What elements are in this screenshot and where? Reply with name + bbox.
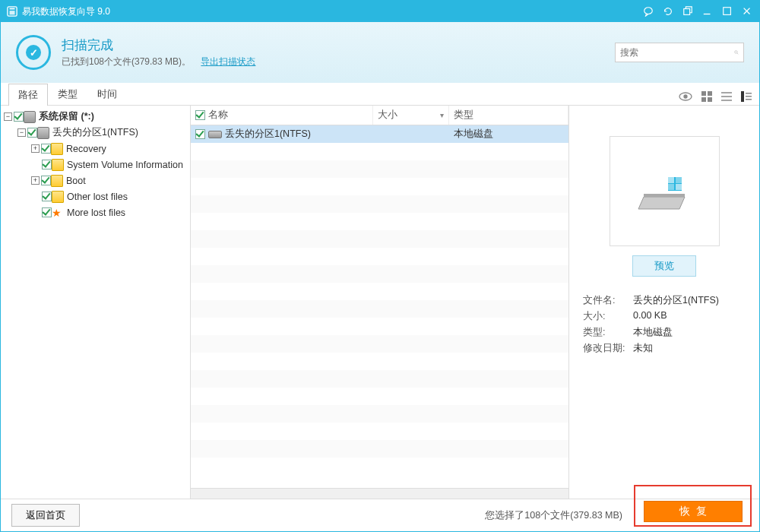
folder-icon bbox=[51, 143, 63, 155]
drive-icon bbox=[37, 127, 49, 139]
view-tabs: 路径 类型 时间 bbox=[1, 83, 759, 106]
tab-time[interactable]: 时间 bbox=[87, 83, 127, 105]
svg-rect-21 bbox=[746, 93, 752, 94]
svg-rect-14 bbox=[708, 91, 712, 96]
preview-button[interactable]: 预览 bbox=[632, 255, 696, 277]
recover-highlight: 恢复 bbox=[634, 485, 752, 527]
col-type-header[interactable]: 类型 bbox=[449, 106, 568, 125]
collapse-icon[interactable]: − bbox=[17, 128, 26, 137]
tree-partition[interactable]: − 丢失的分区1(NTFS) bbox=[1, 125, 190, 141]
sort-indicator-icon[interactable]: ▾ bbox=[440, 111, 444, 119]
file-list: 名称 大小 ▾ 类型 丢失的分区1(NTFS) 本地磁盘 bbox=[191, 106, 569, 499]
tree-item[interactable]: + Boot bbox=[1, 173, 190, 188]
recover-button[interactable]: 恢复 bbox=[644, 501, 743, 522]
svg-rect-13 bbox=[701, 91, 706, 96]
drive-icon bbox=[24, 111, 36, 123]
folder-icon bbox=[52, 191, 64, 203]
search-box[interactable] bbox=[615, 43, 744, 62]
main-area: − 系统保留 (*:) − 丢失的分区1(NTFS) + Recovery Sy… bbox=[1, 106, 759, 499]
checkbox[interactable] bbox=[42, 160, 52, 169]
file-row-empty bbox=[191, 353, 568, 370]
file-row[interactable]: 丢失的分区1(NTFS) 本地磁盘 bbox=[191, 125, 568, 143]
search-input[interactable] bbox=[620, 47, 734, 58]
svg-point-12 bbox=[684, 95, 687, 98]
svg-rect-16 bbox=[708, 97, 712, 102]
svg-rect-4 bbox=[684, 9, 690, 15]
col-size-header[interactable]: 大小 ▾ bbox=[373, 106, 449, 125]
disk-thumbnail-icon bbox=[638, 173, 691, 211]
selection-status: 您选择了108个文件(379.83 MB) bbox=[485, 509, 622, 522]
svg-point-3 bbox=[644, 8, 653, 14]
file-row-empty bbox=[191, 230, 568, 248]
horizontal-scrollbar[interactable] bbox=[191, 488, 568, 499]
svg-rect-1 bbox=[10, 8, 15, 10]
tree-root[interactable]: − 系统保留 (*:) bbox=[1, 109, 190, 125]
tree-item[interactable]: ★ More lost files bbox=[1, 204, 190, 220]
grid-view-icon[interactable] bbox=[701, 91, 712, 102]
file-row-empty bbox=[191, 370, 568, 388]
file-row-empty bbox=[191, 160, 568, 178]
file-rows: 丢失的分区1(NTFS) 本地磁盘 bbox=[191, 125, 568, 488]
folder-icon bbox=[52, 159, 64, 171]
file-type: 本地磁盘 bbox=[454, 128, 493, 141]
checkbox[interactable] bbox=[41, 144, 51, 154]
file-row-empty bbox=[191, 248, 568, 265]
svg-rect-28 bbox=[676, 177, 682, 183]
tree-item-label: System Volume Information bbox=[67, 160, 183, 170]
checkbox[interactable] bbox=[14, 112, 24, 122]
checkbox[interactable] bbox=[42, 192, 52, 201]
tree-item[interactable]: + Recovery bbox=[1, 141, 190, 157]
file-row-empty bbox=[191, 335, 568, 353]
file-row-empty bbox=[191, 213, 568, 230]
tree-item[interactable]: System Volume Information bbox=[1, 157, 190, 173]
app-icon bbox=[7, 6, 17, 17]
minimize-icon[interactable] bbox=[701, 5, 714, 17]
checkbox[interactable] bbox=[41, 176, 51, 185]
refresh-icon[interactable] bbox=[662, 5, 674, 17]
col-name-label: 名称 bbox=[208, 109, 228, 122]
row-checkbox[interactable] bbox=[195, 129, 205, 139]
tree-item-label: Recovery bbox=[66, 144, 106, 154]
list-view-icon[interactable] bbox=[721, 91, 732, 102]
file-row-empty bbox=[191, 300, 568, 318]
file-row-empty bbox=[191, 283, 568, 300]
svg-rect-29 bbox=[668, 184, 674, 190]
meta-modified-label: 修改日期: bbox=[583, 341, 632, 356]
file-row-empty bbox=[191, 423, 568, 440]
title-bar: 易我数据恢复向导 9.0 bbox=[1, 1, 759, 22]
svg-rect-20 bbox=[741, 91, 744, 102]
file-list-header: 名称 大小 ▾ 类型 bbox=[191, 106, 568, 125]
newwindow-icon[interactable] bbox=[682, 5, 694, 17]
meta-type-value: 本地磁盘 bbox=[633, 325, 719, 340]
star-icon: ★ bbox=[52, 207, 64, 219]
eye-icon[interactable] bbox=[679, 91, 692, 102]
collapse-icon[interactable]: − bbox=[4, 112, 12, 121]
expand-icon[interactable]: + bbox=[31, 176, 40, 185]
scan-header: ✓ 扫描完成 已找到108个文件(379.83 MB)。 导出扫描状态 bbox=[1, 22, 759, 83]
expand-icon[interactable]: + bbox=[31, 144, 40, 153]
folder-tree: − 系统保留 (*:) − 丢失的分区1(NTFS) + Recovery Sy… bbox=[1, 106, 191, 499]
select-all-checkbox[interactable] bbox=[195, 110, 205, 120]
checkbox[interactable] bbox=[42, 207, 52, 217]
tab-type[interactable]: 类型 bbox=[48, 83, 87, 105]
tab-path[interactable]: 路径 bbox=[8, 84, 48, 106]
svg-rect-30 bbox=[676, 184, 682, 190]
tree-item[interactable]: Other lost files bbox=[1, 188, 190, 204]
close-icon[interactable] bbox=[741, 5, 753, 17]
file-row-empty bbox=[191, 178, 568, 195]
svg-rect-23 bbox=[746, 99, 752, 100]
svg-line-10 bbox=[737, 53, 739, 55]
export-scan-link[interactable]: 导出扫描状态 bbox=[201, 56, 255, 67]
tree-item-label: More lost files bbox=[67, 207, 125, 218]
scan-subtitle: 已找到108个文件(379.83 MB)。 bbox=[62, 56, 191, 67]
detail-view-icon[interactable] bbox=[741, 91, 752, 102]
file-metadata: 文件名:丢失的分区1(NTFS) 大小:0.00 KB 类型:本地磁盘 修改日期… bbox=[569, 292, 759, 357]
back-home-button[interactable]: 返回首页 bbox=[11, 504, 80, 527]
col-name-header[interactable]: 名称 bbox=[191, 106, 373, 125]
checkbox[interactable] bbox=[27, 128, 37, 138]
search-icon[interactable] bbox=[734, 47, 739, 58]
chat-icon[interactable] bbox=[642, 5, 654, 17]
window-controls bbox=[642, 5, 753, 17]
maximize-icon[interactable] bbox=[721, 5, 733, 17]
file-row-empty bbox=[191, 405, 568, 423]
